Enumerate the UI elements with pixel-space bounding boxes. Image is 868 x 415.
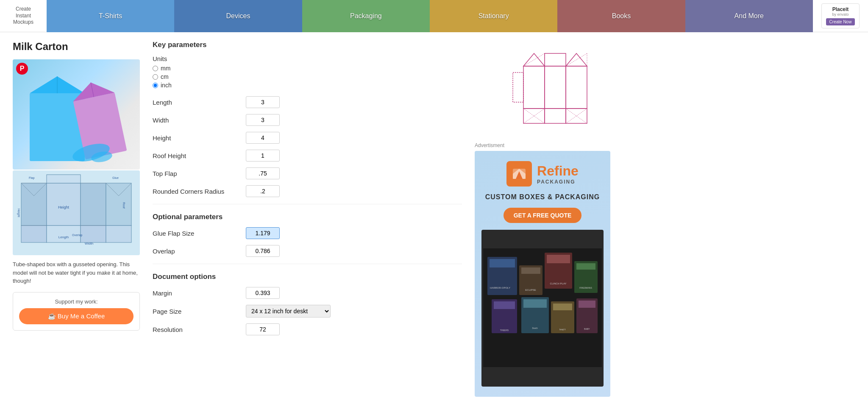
ad-cta-button[interactable]: GET A FREE QUOTE	[504, 208, 582, 223]
left-sidebar: Milk Carton P	[13, 41, 140, 397]
svg-text:THEERS: THEERS	[500, 329, 509, 331]
svg-rect-10	[47, 183, 81, 226]
key-params-title: Key parameters	[153, 41, 462, 49]
coffee-button[interactable]: ☕ Buy Me a Coffee	[19, 308, 134, 324]
ad-products-svg: HARBOR-OPOLY ECLIPSE CLINCH PLAY FRIEDMA…	[483, 248, 602, 367]
nav-item-books[interactable]: Books	[557, 0, 685, 32]
svg-rect-15	[81, 226, 106, 242]
svg-rect-67	[523, 299, 547, 308]
ad-brand-area: Refine PACKAGING	[537, 163, 579, 185]
svg-rect-71	[579, 301, 595, 308]
param-row-length: Length	[153, 96, 462, 108]
svg-text:Flap: Flap	[29, 176, 35, 180]
nav-logo-text: CreateInstantMockups	[13, 6, 33, 26]
svg-text:Glue: Glue	[112, 176, 119, 179]
units-radio-group: mm cm inch	[153, 65, 462, 89]
nav-item-tshirts[interactable]: T-Shirts	[47, 0, 174, 32]
svg-text:Height: Height	[58, 205, 70, 209]
unfolded-diagram-svg	[506, 45, 591, 134]
placeit-by: by envato	[826, 12, 855, 17]
svg-rect-13	[21, 226, 47, 242]
product-description: Tube-shaped box with a gusseted opening.…	[13, 260, 140, 285]
nav-item-packaging-label: Packaging	[350, 12, 382, 20]
param-row-width: Width	[153, 114, 462, 126]
param-label-width: Width	[153, 117, 246, 124]
param-label-page-size: Page Size	[153, 308, 246, 315]
ad-label: Advertisment	[475, 142, 623, 148]
svg-rect-38	[545, 53, 566, 66]
ad-boxes-visual: HARBOR-OPOLY ECLIPSE CLINCH PLAY FRIEDMA…	[481, 230, 604, 387]
param-input-overlap[interactable]	[246, 245, 280, 257]
placeit-cta-button[interactable]: Create Now	[826, 18, 855, 25]
svg-rect-69	[553, 304, 572, 310]
param-input-rounded-corners[interactable]	[246, 185, 280, 197]
svg-rect-12	[106, 183, 131, 226]
divider-2	[153, 264, 462, 264]
nav-item-tshirts-label: T-Shirts	[99, 12, 122, 20]
ad-logo-svg	[511, 165, 528, 182]
param-row-overlap: Overlap	[153, 245, 462, 257]
param-input-margin[interactable]	[246, 287, 280, 299]
param-input-width[interactable]	[246, 114, 280, 126]
nav-ad: Placeit by envato Create Now	[813, 0, 868, 32]
nav-item-andmore[interactable]: And More	[685, 0, 813, 32]
svg-text:bouji li: bouji li	[559, 328, 565, 331]
ad-box: Refine PACKAGING CUSTOM BOXES & PACKAGIN…	[475, 151, 610, 397]
ad-boxes-visual-inner: HARBOR-OPOLY ECLIPSE CLINCH PLAY FRIEDMA…	[483, 248, 602, 368]
svg-text:CLINCH PLAY: CLINCH PLAY	[550, 282, 567, 285]
radio-cm-label: cm	[161, 73, 169, 80]
param-row-resolution: Resolution	[153, 323, 462, 335]
svg-rect-16	[106, 226, 131, 242]
nav-item-stationary[interactable]: Stationary	[430, 0, 557, 32]
svg-text:BABY: BABY	[584, 328, 590, 330]
svg-rect-57	[490, 259, 515, 267]
diagram-svg-area	[475, 41, 623, 138]
product-diagram-svg: Height Length Width Flap Glue Roof Heigh…	[13, 170, 140, 255]
param-row-roof-height: Roof Height	[153, 150, 462, 162]
param-label-margin: Margin	[153, 290, 246, 297]
param-label-overlap: Overlap	[153, 248, 246, 255]
param-row-top-flap: Top Flap	[153, 167, 462, 179]
radio-inch[interactable]: inch	[153, 82, 462, 89]
ad-logo-area: Refine PACKAGING	[506, 161, 579, 187]
svg-rect-61	[547, 255, 570, 263]
nav-item-packaging[interactable]: Packaging	[302, 0, 430, 32]
svg-text:ECLIPSE: ECLIPSE	[525, 289, 536, 291]
support-label: Support my work:	[19, 298, 134, 305]
support-box: Support my work: ☕ Buy Me a Coffee	[13, 292, 140, 331]
param-row-margin: Margin	[153, 287, 462, 299]
radio-mm-input[interactable]	[153, 66, 158, 71]
top-nav: CreateInstantMockups T-Shirts Devices Pa…	[0, 0, 868, 32]
svg-rect-37	[513, 72, 523, 102]
divider-1	[153, 204, 462, 204]
param-input-roof-height[interactable]	[246, 150, 280, 162]
svg-text:Length: Length	[58, 235, 69, 239]
product-image-bottom: Height Length Width Flap Glue Roof Heigh…	[13, 170, 140, 255]
param-label-rounded-corners: Rounded Corners Radius	[153, 188, 246, 195]
param-select-page-size[interactable]: 24 x 12 inch for deskt A4 Letter A3	[246, 305, 331, 318]
svg-line-50	[566, 53, 587, 66]
carton-illustration-svg	[17, 64, 136, 165]
radio-cm-input[interactable]	[153, 74, 158, 80]
param-input-glue-flap[interactable]	[246, 227, 280, 239]
svg-text:Width: Width	[85, 242, 93, 245]
radio-mm-label: mm	[161, 65, 170, 72]
param-input-length[interactable]	[246, 96, 280, 108]
svg-rect-34	[523, 66, 545, 109]
radio-inch-input[interactable]	[153, 83, 158, 88]
nav-item-devices[interactable]: Devices	[174, 0, 302, 32]
radio-cm[interactable]: cm	[153, 73, 462, 80]
pinterest-icon[interactable]: P	[16, 63, 28, 75]
param-input-height[interactable]	[246, 132, 280, 144]
nav-logo: CreateInstantMockups	[0, 3, 47, 29]
param-input-resolution[interactable]	[246, 323, 280, 335]
svg-text:Overlap: Overlap	[72, 234, 83, 237]
page-title: Milk Carton	[13, 41, 140, 53]
param-input-top-flap[interactable]	[246, 167, 280, 179]
ad-logo-icon	[506, 161, 532, 187]
radio-mm[interactable]: mm	[153, 65, 462, 72]
svg-rect-9	[21, 183, 47, 226]
svg-rect-42	[545, 109, 566, 123]
placeit-box: Placeit by envato Create Now	[821, 3, 860, 28]
optional-params-title: Optional parameters	[153, 213, 462, 221]
